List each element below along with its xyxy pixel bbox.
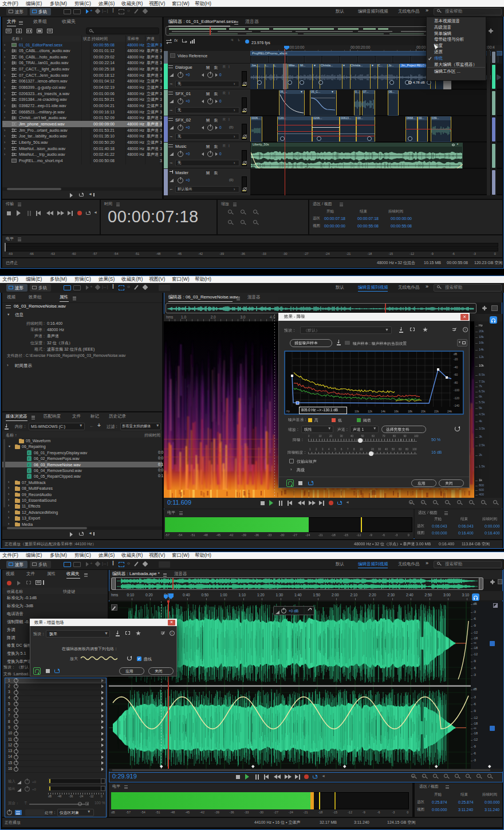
svg-text:-60: -60: [454, 373, 458, 376]
svg-text:-80: -80: [454, 381, 458, 384]
svg-text:20k: 20k: [421, 410, 426, 413]
svg-text:18k: 18k: [408, 410, 413, 413]
svg-text:-40: -40: [454, 365, 458, 369]
svg-text:-120: -120: [454, 396, 459, 400]
svg-text:22k: 22k: [434, 410, 439, 413]
svg-text:-20: -20: [454, 357, 458, 361]
svg-text:-100: -100: [454, 388, 459, 392]
svg-text:Hz: Hz: [286, 410, 290, 413]
svg-text:12k: 12k: [368, 410, 373, 413]
svg-text:16k: 16k: [394, 410, 399, 413]
svg-text:dB: dB: [454, 352, 458, 356]
svg-text:24k: 24k: [447, 410, 452, 413]
svg-text:10k: 10k: [355, 410, 360, 413]
svg-text:-140: -140: [454, 404, 459, 407]
svg-text:14k: 14k: [381, 410, 386, 413]
